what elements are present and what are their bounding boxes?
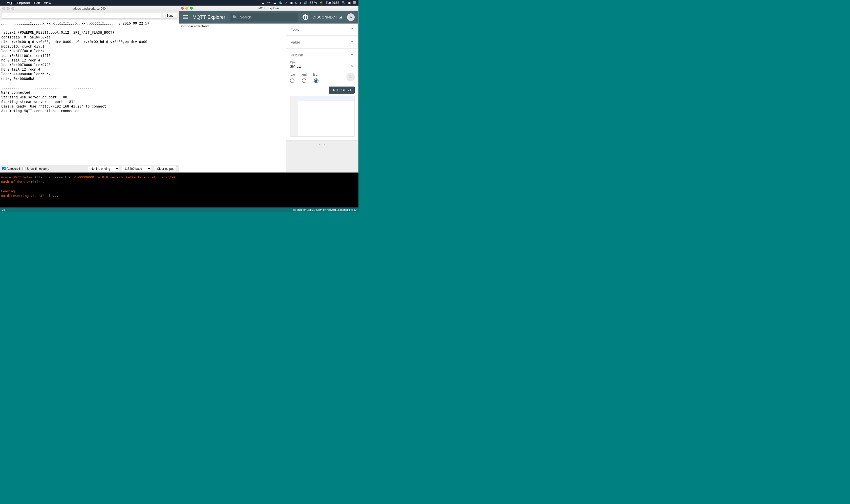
editor-gutter [290, 96, 298, 137]
status-left: 36 [2, 208, 5, 211]
serial-title-text: /dev/cu.usbserial-14640 [73, 7, 106, 11]
bluetooth-icon[interactable]: ⎋ [295, 1, 297, 4]
search-input[interactable] [240, 15, 295, 19]
chevron-up-icon: ⌃ [350, 27, 354, 31]
terminal-pane[interactable]: Wrote 3072 bytes (119 compressed) at 0x0… [0, 173, 359, 208]
mqtt-header: MQTT Explorer 🔍 ❚❚ DISCONNECT ☁̸ [179, 11, 358, 23]
app-title: MQTT Explorer [193, 14, 225, 20]
maximize-icon[interactable] [12, 7, 14, 10]
section-topic[interactable]: Topic ⌃ [286, 23, 358, 35]
wifi-icon[interactable]: ⌇ [300, 1, 301, 4]
vlc-icon[interactable]: ▲ [261, 1, 265, 4]
minimize-icon[interactable] [185, 7, 188, 10]
control-center-icon[interactable]: ☰ [353, 1, 356, 4]
format-align-button[interactable] [347, 73, 355, 81]
menu-icon[interactable] [183, 15, 188, 19]
serial-monitor-window: /dev/cu.usbserial-14640 Send ␣␣␣␣␣␣␣␣␣␣␣… [0, 5, 179, 173]
chevron-up-icon: ⌃ [350, 40, 354, 44]
mqtt-titlebar: MQTT Explorer [179, 6, 358, 11]
mqtt-explorer-window: MQTT Explorer MQTT Explorer 🔍 ❚❚ DISCONN… [179, 5, 359, 173]
chevron-up-icon: ⌃ [350, 53, 354, 57]
status-right: AI Thinker ESP32-CAM on /dev/cu.usbseria… [293, 208, 357, 211]
cloud-off-icon: ☁̸ [339, 15, 343, 19]
search-box[interactable]: 🔍 [230, 13, 298, 21]
topic-field-label: Topic [290, 61, 355, 64]
topic-tree-panel[interactable]: iot.fr-par.scw.cloud [179, 23, 286, 172]
mqtt-title-text: MQTT Explorer [258, 6, 279, 10]
spotlight-icon[interactable]: 🔍 [342, 1, 346, 4]
format-raw-radio[interactable]: raw [290, 73, 295, 83]
tree-item-broker[interactable]: iot.fr-par.scw.cloud [181, 24, 284, 28]
clear-icon[interactable]: ✕ [350, 64, 355, 68]
docker-icon[interactable]: 🐳 [279, 1, 283, 4]
battery-percent[interactable]: 56 % [310, 1, 317, 4]
serial-titlebar: /dev/cu.usbserial-14640 [0, 6, 179, 12]
search-icon: 🔍 [233, 15, 237, 20]
siri-icon[interactable]: ◉ [348, 1, 350, 4]
section-value[interactable]: Value ⌃ [286, 36, 358, 48]
status-bar: 36 AI Thinker ESP32-CAM on /dev/cu.usbse… [0, 208, 359, 212]
square-icon[interactable]: ▣ [290, 1, 293, 4]
section-publish[interactable]: Publish ⌃ [286, 49, 358, 61]
close-icon[interactable] [181, 7, 184, 10]
close-icon[interactable] [2, 7, 5, 10]
clock[interactable]: Tue 09:53 [326, 1, 339, 4]
macos-menubar: MQTT Explorer Edit View ▲ 👓 ☁ 🐳 ∩ ▣ ⎋ ⌇ … [0, 0, 359, 5]
window-traffic-lights[interactable] [2, 7, 14, 10]
menubar-app-name[interactable]: MQTT Explorer [6, 1, 30, 5]
send-icon [332, 89, 335, 92]
payload-editor[interactable] [290, 96, 355, 137]
line-ending-select[interactable]: No line ending [88, 166, 119, 171]
cloud-icon[interactable]: ☁ [273, 1, 276, 4]
battery-icon[interactable]: ⚡ [319, 1, 323, 4]
send-button[interactable]: Send [163, 13, 177, 18]
headphones-icon[interactable]: ∩ [285, 1, 287, 4]
menu-edit[interactable]: Edit [34, 1, 40, 5]
show-timestamp-checkbox[interactable]: Show timestamp [22, 167, 49, 170]
serial-output[interactable]: ␣␣␣␣␣␣␣␣␣␣␣␣␣␣x␣␣␣␣␣x␣xx␣x␣␣x␣x␣x␣␣␣x␣␣x… [0, 20, 179, 165]
format-xml-radio[interactable]: xml [302, 73, 307, 83]
autoscroll-checkbox[interactable]: Autoscroll [2, 167, 20, 170]
serial-send-input[interactable] [2, 13, 161, 18]
maximize-icon[interactable] [190, 7, 193, 10]
detail-panel: Topic ⌃ Value ⌃ Publish ⌃ Topic [286, 23, 358, 172]
disconnect-button[interactable]: DISCONNECT ☁̸ [313, 15, 343, 19]
resize-handle[interactable]: • • • [286, 142, 358, 147]
volume-icon[interactable]: 🔊 [304, 1, 307, 4]
logo-icon[interactable] [347, 13, 355, 21]
clear-output-button[interactable]: Clear output [154, 166, 177, 171]
format-json-radio[interactable]: json [313, 73, 319, 83]
glasses-icon[interactable]: 👓 [267, 1, 271, 4]
menu-view[interactable]: View [44, 1, 51, 5]
pause-button[interactable]: ❚❚ [303, 14, 308, 20]
baud-select[interactable]: 115200 baud [122, 166, 151, 171]
minimize-icon[interactable] [7, 7, 10, 10]
publish-button[interactable]: PUBLISH [329, 87, 355, 94]
publish-topic-input[interactable] [290, 64, 350, 68]
